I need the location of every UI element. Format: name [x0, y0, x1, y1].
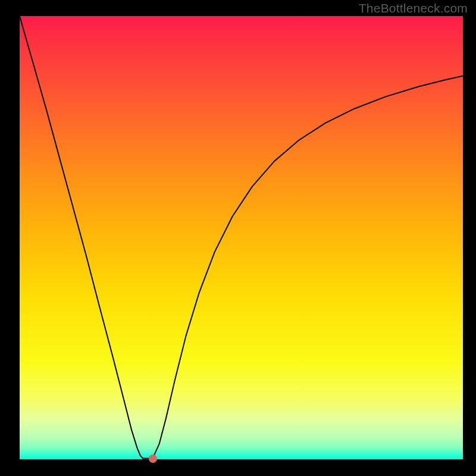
watermark-text: TheBottleneck.com — [359, 1, 468, 15]
curve-right-path — [153, 76, 464, 459]
minimum-marker — [149, 455, 157, 463]
chart-container: TheBottleneck.com — [0, 0, 476, 476]
curve-left-path — [20, 16, 143, 459]
plot-area — [20, 16, 463, 459]
curve-svg — [20, 16, 463, 459]
